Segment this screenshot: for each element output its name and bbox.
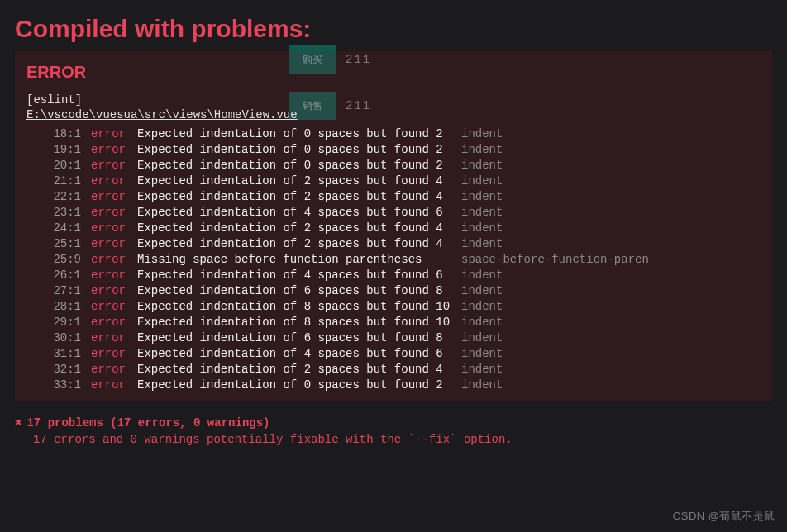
error-rule: indent [451,362,503,378]
error-row: 20:1errorExpected indentation of 0 space… [26,158,761,173]
error-row: 27:1errorExpected indentation of 6 space… [26,283,761,299]
error-rule: indent [451,315,503,330]
error-row: 29:1errorExpected indentation of 8 space… [26,315,761,330]
error-row: 22:1errorExpected indentation of 2 space… [26,189,761,205]
error-location: 27:1 [26,283,81,299]
error-location: 19:1 [26,142,81,158]
error-location: 31:1 [26,346,81,362]
error-location: 26:1 [26,268,81,283]
error-location: 22:1 [26,189,81,205]
error-message: Expected indentation of 4 spaces but fou… [127,268,451,283]
error-location: 20:1 [26,158,81,173]
error-rule: indent [451,189,503,205]
error-message: Expected indentation of 0 spaces but fou… [127,142,451,158]
watermark: CSDN @荀鼠不是鼠 [673,509,775,524]
error-severity: error [81,158,127,173]
error-row: 18:1errorExpected indentation of 0 space… [26,126,761,142]
error-row: 24:1errorExpected indentation of 2 space… [26,221,761,236]
error-rule: indent [451,346,503,362]
error-rule: indent [451,268,503,283]
summary-text-1: 17 problems (17 errors, 0 warnings) [26,416,269,430]
error-row: 23:1errorExpected indentation of 4 space… [26,205,761,221]
summary-block: ✖17 problems (17 errors, 0 warnings) 17 … [15,415,772,448]
error-severity: error [81,346,127,362]
page-title: Compiled with problems: [0,0,787,51]
error-location: 21:1 [26,173,81,189]
error-message: Expected indentation of 6 spaces but fou… [127,330,451,346]
error-severity: error [81,315,127,330]
error-rule: indent [451,330,503,346]
error-message: Expected indentation of 0 spaces but fou… [127,158,451,173]
error-row: 30:1errorExpected indentation of 6 space… [26,330,761,346]
error-severity: error [81,362,127,378]
error-severity: error [81,189,127,205]
error-message: Expected indentation of 6 spaces but fou… [127,283,451,299]
error-severity: error [81,142,127,158]
error-severity: error [81,252,127,268]
error-row: 32:1errorExpected indentation of 2 space… [26,362,761,378]
error-location: 32:1 [26,362,81,378]
summary-line-2: 17 errors and 0 warnings potentially fix… [15,431,772,448]
error-row: 25:1errorExpected indentation of 2 space… [26,236,761,252]
error-severity: error [81,236,127,252]
error-row: 19:1errorExpected indentation of 0 space… [26,142,761,158]
error-severity: error [81,126,127,142]
error-severity: error [81,173,127,189]
error-severity: error [81,299,127,315]
error-severity: error [81,268,127,283]
error-message: Expected indentation of 2 spaces but fou… [127,189,451,205]
error-location: 28:1 [26,299,81,315]
error-row: 26:1errorExpected indentation of 4 space… [26,268,761,283]
error-rule: indent [451,142,503,158]
error-row: 21:1errorExpected indentation of 2 space… [26,173,761,189]
error-rule: indent [451,205,503,221]
error-message: Expected indentation of 2 spaces but fou… [127,362,451,378]
error-row: 25:9errorMissing space before function p… [26,252,761,268]
file-path-link[interactable]: E:\vscode\vuesua\src\views\HomeView.vue [26,108,298,121]
cross-icon: ✖ [15,416,21,430]
error-message: Missing space before function parenthese… [127,252,451,268]
error-rule: indent [451,221,503,236]
error-message: Expected indentation of 2 spaces but fou… [127,221,451,236]
error-rule: indent [451,283,503,299]
error-location: 33:1 [26,378,81,393]
error-location: 24:1 [26,221,81,236]
error-location: 23:1 [26,205,81,221]
error-rule: indent [451,378,503,393]
error-severity: error [81,330,127,346]
error-message: Expected indentation of 0 spaces but fou… [127,378,451,393]
error-message: Expected indentation of 0 spaces but fou… [127,126,451,142]
error-rule: indent [451,236,503,252]
error-message: Expected indentation of 2 spaces but fou… [127,173,451,189]
error-message: Expected indentation of 2 spaces but fou… [127,236,451,252]
error-row: 33:1errorExpected indentation of 0 space… [26,378,761,393]
error-severity: error [81,205,127,221]
error-rule: indent [451,299,503,315]
tool-tag: [eslint] [26,93,761,107]
error-message: Expected indentation of 4 spaces but fou… [127,205,451,221]
error-location: 25:1 [26,236,81,252]
error-message: Expected indentation of 8 spaces but fou… [127,299,451,315]
summary-line-1: ✖17 problems (17 errors, 0 warnings) [15,415,772,431]
error-severity: error [81,221,127,236]
error-rows: 18:1errorExpected indentation of 0 space… [26,126,761,393]
error-location: 18:1 [26,126,81,142]
error-row: 31:1errorExpected indentation of 4 space… [26,346,761,362]
error-location: 30:1 [26,330,81,346]
error-message: Expected indentation of 8 spaces but fou… [127,315,451,330]
error-location: 25:9 [26,252,81,268]
error-rule: indent [451,173,503,189]
error-heading: ERROR [26,63,761,82]
error-rule: indent [451,126,503,142]
error-severity: error [81,378,127,393]
error-rule: space-before-function-paren [451,252,649,268]
error-severity: error [81,283,127,299]
error-rule: indent [451,158,503,173]
error-row: 28:1errorExpected indentation of 8 space… [26,299,761,315]
error-message: Expected indentation of 4 spaces but fou… [127,346,451,362]
error-panel: ERROR [eslint] E:\vscode\vuesua\src\view… [15,51,772,401]
error-location: 29:1 [26,315,81,330]
